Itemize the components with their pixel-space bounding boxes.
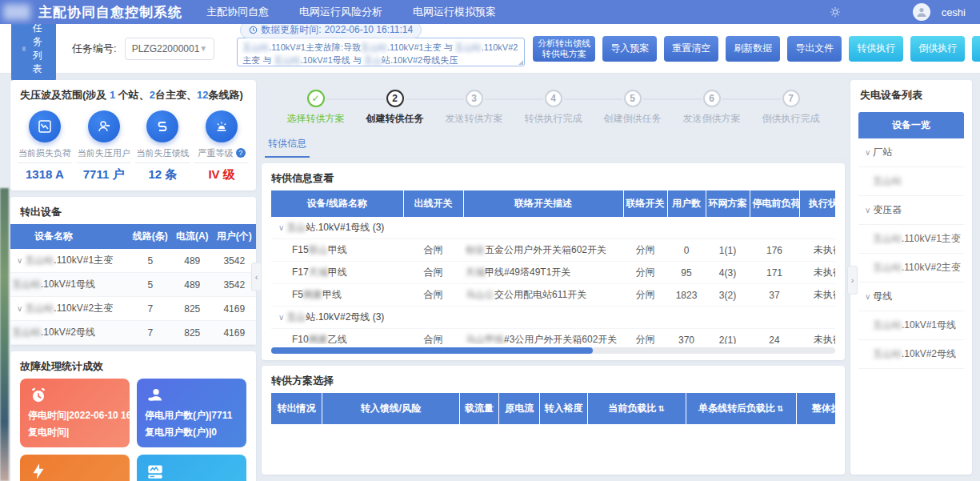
col-header: 载流量	[460, 393, 499, 424]
tree-item[interactable]: 五山站.110kV#2主变	[858, 254, 964, 283]
clock-icon	[249, 26, 258, 34]
step-5: 5 创建倒供任务	[593, 90, 672, 126]
tree-item[interactable]: 五山站.10kV#2母线	[858, 340, 964, 369]
group-row[interactable]: ∨五山站.10kV#2母线 (3)	[271, 307, 835, 329]
collapse-right-handle[interactable]: ›	[847, 266, 858, 295]
sort-icon[interactable]: ⇅	[658, 404, 664, 413]
toolbar-button-1[interactable]: 导入预案	[602, 36, 657, 62]
toolbar-button-5[interactable]: 转供执行	[849, 36, 903, 62]
tree-item[interactable]: 五山站.110kV#1主变	[858, 225, 964, 254]
toolbar-button-7[interactable]: 图形分析	[972, 36, 980, 62]
stat-card-1: 停电用户数(户)|7711复电用户数(户)|0	[137, 379, 246, 447]
alert-lamp-icon	[206, 110, 238, 142]
main-area: 失压波及范围(涉及 1 个站、2台主变、12条线路) 当前损失负荷 1318 A…	[0, 74, 980, 481]
background-photo-strip	[0, 188, 9, 481]
impact-stat-3: 严重等级 ? IV 级	[194, 110, 249, 182]
transfer-out-title: 转出设备	[10, 197, 256, 224]
expand-icon[interactable]: ∨	[865, 206, 870, 214]
gear-icon[interactable]	[830, 6, 841, 18]
col-header: 用户(个)	[213, 224, 256, 249]
plan-select-panel: 转供方案选择 转出情况转入馈线/风险载流量原电流转入裕度当前负载比⇅单条线转后负…	[262, 366, 845, 475]
transfer-info-table: 设备/线路名称出线开关联络开关描述联络开关用户数环网方案停电前负荷执行状态转入馈…	[271, 190, 835, 344]
tab-transfer-info[interactable]: 转供信息	[265, 132, 310, 158]
document-icon	[22, 44, 26, 54]
collapse-left-handle[interactable]: ‹	[251, 263, 262, 291]
col-header: 环网方案	[706, 190, 750, 217]
nav-item-0[interactable]: 主配协同自愈	[205, 2, 270, 22]
bolt-icon	[28, 461, 122, 481]
top-header: 主配协同自愈控制系统 主配协同自愈电网运行风险分析电网运行模拟预案 ceshi	[0, 0, 980, 24]
col-header: 出线开关	[403, 190, 463, 217]
user-avatar-icon[interactable]	[913, 3, 930, 21]
impact-stat-value: 1318 A	[18, 167, 72, 181]
transfer-info-title: 转供信息查看	[262, 163, 845, 190]
toolbar-button-3[interactable]: 刷新数据	[726, 36, 780, 62]
load-chart-icon	[29, 110, 61, 142]
tree-group-1[interactable]: ∨变压器	[858, 196, 964, 225]
tree-item[interactable]: 五山站	[858, 167, 964, 196]
fault-description-textarea[interactable]: 五山站.110kV#1主变故障:导致五山站.110kV#1主变 与 五山站.11…	[237, 38, 525, 66]
expand-icon[interactable]: ∨	[17, 256, 22, 265]
expand-icon[interactable]: ∨	[17, 304, 22, 313]
transfer-info-panel: 转供信息查看 设备/线路名称出线开关联络开关描述联络开关用户数环网方案停电前负荷…	[262, 163, 845, 360]
app-root: 主配协同自愈控制系统 主配协同自愈电网运行风险分析电网运行模拟预案 ceshi …	[0, 0, 980, 481]
tree-group-0[interactable]: ∨厂站	[858, 138, 964, 167]
stats-cards-panel: 故障处理统计成效 停电时间|2022-06-10 16:11复电时间| 停电用户…	[10, 351, 256, 481]
col-header: 联络开关	[623, 190, 667, 217]
step-2: 2 创建转供任务	[355, 90, 434, 126]
transfer-info-table-wrap: 设备/线路名称出线开关联络开关描述联络开关用户数环网方案停电前负荷执行状态转入馈…	[271, 190, 835, 344]
nav-item-1[interactable]: 电网运行风险分析	[298, 2, 384, 22]
toolbar-button-0[interactable]: 分析转出馈线转供电方案	[533, 36, 595, 62]
device-list-header: 设备一览	[858, 112, 964, 138]
col-header[interactable]: 当前负载比⇅	[587, 393, 686, 424]
plan-select-title: 转供方案选择	[262, 366, 845, 393]
expand-icon[interactable]: ∨	[865, 292, 870, 301]
task-no-label: 任务编号:	[72, 42, 117, 56]
expand-icon[interactable]: ∨	[865, 148, 870, 157]
scrollbar-thumb[interactable]	[271, 347, 593, 354]
users-icon	[145, 385, 238, 406]
help-icon[interactable]: ?	[236, 148, 246, 158]
task-no-select[interactable]: PLZG22000001▼	[125, 38, 215, 60]
tree-item[interactable]: 五山站.10kV#1母线	[858, 311, 964, 340]
table-row[interactable]: ∨五山站.110kV#2主变 7 825 4169	[10, 297, 256, 321]
load-monitor-icon	[145, 461, 238, 481]
col-header[interactable]: 整体执行负载比⇅	[796, 393, 835, 424]
left-column: 失压波及范围(涉及 1 个站、2台主变、12条线路) 当前损失负荷 1318 A…	[10, 80, 256, 475]
toolbar-buttons: 分析转出馈线转供电方案导入预案重置清空刷新数据导出文件转供执行倒供执行图形分析	[533, 36, 980, 62]
main-nav: 主配协同自愈电网运行风险分析电网运行模拟预案	[205, 2, 498, 22]
task-list-button[interactable]: 任务列表	[11, 16, 56, 82]
table-row[interactable]: 五山站.10kV#2母线 7 825 4169	[10, 321, 256, 345]
group-row[interactable]: ∨五山站.10kV#1母线 (3)	[271, 217, 835, 239]
process-stepper: ✓ 选择转供方案 2 创建转供任务 3 发送转供方案 4 转供执行完成 5 创建…	[262, 80, 845, 126]
expand-icon[interactable]: ∨	[278, 313, 284, 322]
expand-icon[interactable]: ∨	[278, 223, 284, 232]
col-header: 联络开关描述	[463, 190, 623, 217]
sort-icon[interactable]: ⇅	[777, 404, 783, 413]
table-row[interactable]: F5网夏甲线 合闸 马山公交公用配电站611开关 分闸 1823 3(2) 37…	[271, 284, 835, 307]
plan-select-table-wrap: 转出情况转入馈线/风险载流量原电流转入裕度当前负载比⇅单条线转后负载比⇅整体执行…	[271, 393, 835, 424]
toolbar-button-2[interactable]: 重置清空	[664, 36, 718, 62]
app-title: 主配协同自愈控制系统	[38, 3, 182, 22]
impact-stat-1: 当前失压用户 7711 户	[77, 110, 131, 182]
username[interactable]: ceshi	[942, 6, 966, 18]
col-header[interactable]: 单条线转后负载比⇅	[686, 393, 796, 424]
toolbar-button-6[interactable]: 倒供执行	[910, 36, 965, 62]
table-row[interactable]: F15联山甲线 合闸 创业五金公用户外开关箱602开关 分闸 0 1(1) 17…	[271, 239, 835, 262]
col-header: 用户数	[667, 190, 706, 217]
stat-card-2: 停电设备数|母线:2/馈线:12复电设备数|母线:0/馈线:0	[20, 455, 130, 481]
table-row[interactable]: 五山站.10kV#1母线 5 489 3542	[10, 273, 256, 297]
horizontal-scrollbar[interactable]	[271, 347, 835, 354]
device-list-panel: 失电设备列表 设备一览 ∨厂站 五山站 ∨变压器 五山站.110kV#1主变五山…	[850, 80, 972, 475]
nav-item-2[interactable]: 电网运行模拟预案	[411, 2, 498, 22]
toolbar-button-4[interactable]: 导出文件	[787, 36, 842, 62]
col-header: 电流(A)	[172, 224, 213, 249]
toolbar: 任务列表 任务编号: PLZG22000001▼ 数据更新时间:2022-06-…	[0, 24, 980, 74]
app-logo	[3, 4, 30, 20]
tree-group-2[interactable]: ∨母线	[858, 283, 964, 311]
table-row[interactable]: ∨五山站.110kV#1主变 5 489 3542	[10, 249, 256, 273]
table-row[interactable]: F17天城甲线 合闸 天城甲线#49塔49T1开关 分闸 95 4(3) 171…	[271, 262, 835, 284]
table-row[interactable]: F10网夏乙线 合闸 马山甲线#3公用户外开关箱602开关 分闸 370 2(1…	[271, 329, 835, 345]
col-header: 设备/线路名称	[271, 190, 403, 217]
alarm-clock-icon	[28, 385, 122, 406]
